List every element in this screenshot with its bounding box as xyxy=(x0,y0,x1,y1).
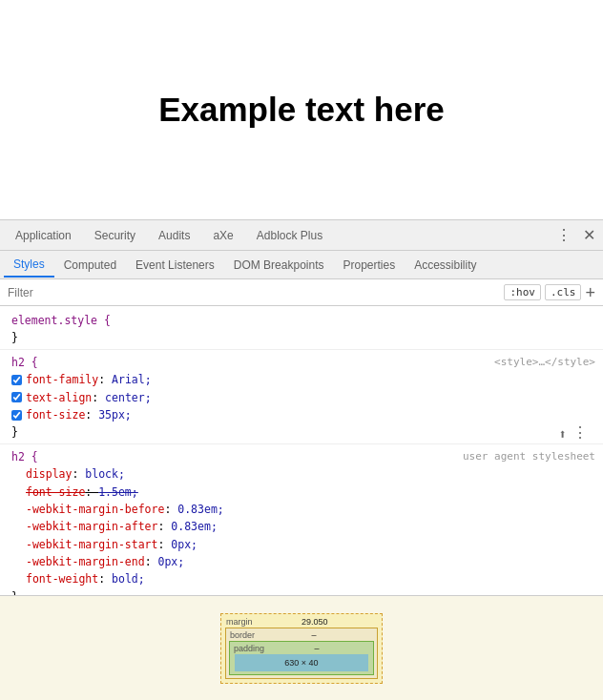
css-h2-ua-selector-line: h2 { user agent stylesheet xyxy=(8,448,595,465)
subtab-event-listeners[interactable]: Event Listeners xyxy=(126,254,224,277)
filter-input[interactable] xyxy=(8,286,504,299)
css-ua-margin-start: -webkit-margin-start: 0px; xyxy=(26,536,198,553)
css-ua-margin-before: -webkit-margin-before: 0.83em; xyxy=(26,501,224,518)
css-ua-fontsize: font-size: 1.5em; xyxy=(26,484,138,501)
margin-value: 29.050 xyxy=(302,617,328,627)
tab-adblock-plus[interactable]: Adblock Plus xyxy=(245,223,334,248)
css-source-ua: user agent stylesheet xyxy=(463,448,595,465)
css-h2-ua-selector: h2 { xyxy=(11,448,38,465)
top-tab-icons: ⋮ ✕ xyxy=(552,226,599,245)
css-prop-text-align: text-align: center; xyxy=(26,389,152,406)
block-more-icon[interactable]: ⋮ xyxy=(572,423,588,442)
content-label: 630 × 40 xyxy=(284,658,318,668)
css-h2-selector: h2 { xyxy=(11,354,38,371)
css-prop-font-size: font-size: 35px; xyxy=(26,406,132,423)
page-heading: Example text here xyxy=(158,91,445,129)
box-model: margin 29.050 border – xyxy=(220,613,383,684)
hov-button[interactable]: :hov xyxy=(504,284,541,300)
content-box: 630 × 40 xyxy=(235,654,368,671)
css-ua-margin-before-line: -webkit-margin-before: 0.83em; xyxy=(8,501,595,518)
css-block-h2-ua: h2 { user agent stylesheet display: bloc… xyxy=(0,443,603,595)
css-h2-close-line: } ⬆ ⋮ xyxy=(8,423,595,441)
margin-box: margin 29.050 border – xyxy=(220,613,383,684)
css-ua-margin-after-line: -webkit-margin-after: 0.83em; xyxy=(8,518,595,535)
css-block-element-style: element.style { } xyxy=(0,310,603,349)
border-bottom-row xyxy=(227,675,376,677)
css-prop-font-size-checkbox[interactable] xyxy=(11,410,22,421)
tab-security[interactable]: Security xyxy=(83,223,147,248)
css-ua-display: display: block; xyxy=(26,465,125,483)
css-prop-text-align-line: text-align: center; xyxy=(8,389,595,406)
padding-box: padding – 630 × 40 xyxy=(229,641,374,675)
css-ua-margin-after: -webkit-margin-after: 0.83em; xyxy=(26,518,218,535)
css-ua-margin-end-line: -webkit-margin-end: 0px; xyxy=(8,553,595,570)
css-brace-text: } xyxy=(11,329,18,346)
css-ua-fontsize-strikethrough: font-size: 1.5em; xyxy=(26,485,138,499)
border-box: border – padding – xyxy=(225,628,378,679)
filter-actions: :hov .cls + xyxy=(504,284,595,301)
box-model-wrapper: margin 29.050 border – xyxy=(0,596,603,700)
css-ua-margin-start-line: -webkit-margin-start: 0px; xyxy=(8,536,595,553)
css-close-brace: } xyxy=(8,329,595,346)
css-ua-font-weight: font-weight: bold; xyxy=(26,570,145,587)
subtab-accessibility[interactable]: Accessibility xyxy=(405,254,486,277)
css-prop-font-family: font-family: Arial; xyxy=(26,371,152,388)
devtools-top-tabs: Application Security Audits aXe Adblock … xyxy=(0,220,603,251)
padding-dash: – xyxy=(315,644,320,653)
page-area: Example text here xyxy=(0,0,603,219)
css-ua-close-brace: } xyxy=(11,588,18,595)
border-top-row: border – xyxy=(227,629,376,641)
subtab-dom-breakpoints[interactable]: DOM Breakpoints xyxy=(224,254,334,277)
css-selector-line: element.style { xyxy=(8,312,595,329)
border-label: border xyxy=(230,630,255,640)
css-prop-text-align-checkbox[interactable] xyxy=(11,392,22,402)
css-selector-text: element.style { xyxy=(11,312,111,329)
margin-label: margin xyxy=(226,617,253,627)
css-ua-close-line: } xyxy=(8,588,595,595)
css-content: element.style { } h2 { <style>…</style> … xyxy=(0,306,603,595)
filter-bar: :hov .cls + xyxy=(0,279,603,306)
tab-application[interactable]: Application xyxy=(4,223,83,248)
padding-bottom-row xyxy=(231,671,372,673)
devtools-panel: Application Security Audits aXe Adblock … xyxy=(0,219,603,700)
close-devtools-button[interactable]: ✕ xyxy=(579,226,599,245)
css-ua-display-line: display: block; xyxy=(8,465,595,483)
cls-button[interactable]: .cls xyxy=(545,284,582,300)
css-ua-fontsize-line: font-size: 1.5em; xyxy=(8,484,595,501)
subtab-properties[interactable]: Properties xyxy=(333,254,405,277)
tab-audits[interactable]: Audits xyxy=(147,223,201,248)
css-prop-font-size-line: font-size: 35px; xyxy=(8,406,595,423)
css-prop-font-family-checkbox[interactable] xyxy=(11,375,22,385)
subtab-styles[interactable]: Styles xyxy=(4,253,54,278)
css-h2-selector-line: h2 { <style>…</style> xyxy=(8,354,595,371)
add-style-button[interactable]: + xyxy=(585,284,595,301)
box-model-area: margin 29.050 border – xyxy=(0,595,603,700)
padding-top-row: padding – xyxy=(231,643,372,654)
css-prop-font-family-line: font-family: Arial; xyxy=(8,371,595,388)
margin-bottom-row xyxy=(223,679,380,681)
more-options-icon[interactable]: ⋮ xyxy=(552,226,575,245)
border-dash: – xyxy=(312,630,317,640)
css-source-style: <style>…</style> xyxy=(494,354,595,371)
css-ua-font-weight-line: font-weight: bold; xyxy=(8,570,595,587)
devtools-sub-tabs: Styles Computed Event Listeners DOM Brea… xyxy=(0,251,603,279)
css-ua-margin-end: -webkit-margin-end: 0px; xyxy=(26,553,184,570)
css-h2-close-brace: } xyxy=(11,423,18,441)
cursor-arrow-icon: ⬆ xyxy=(559,423,567,444)
tab-axe[interactable]: aXe xyxy=(201,223,244,248)
margin-top-row: margin 29.050 xyxy=(223,616,380,628)
css-block-h2-style: h2 { <style>…</style> font-family: Arial… xyxy=(0,349,603,443)
padding-label: padding xyxy=(234,644,264,653)
subtab-computed[interactable]: Computed xyxy=(54,254,126,277)
